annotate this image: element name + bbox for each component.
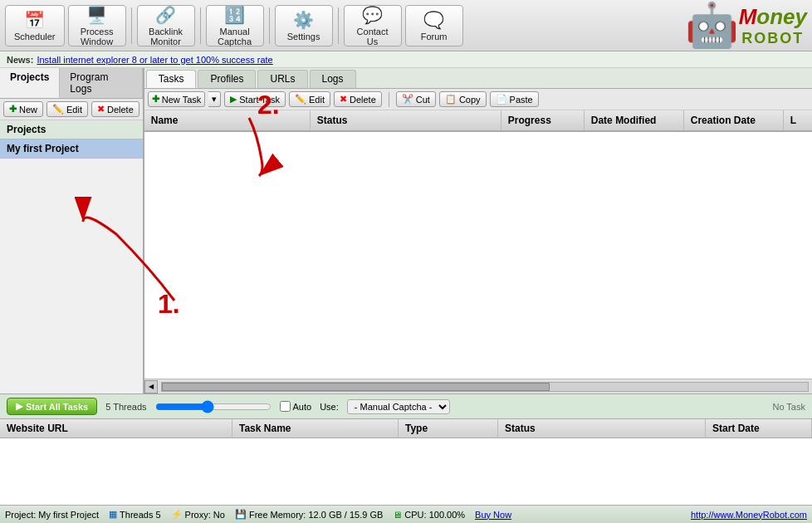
- scheduler-button[interactable]: 📅 Scheduler: [5, 5, 65, 46]
- lower-table-header: Website URL Task Name Type Status Start …: [0, 419, 812, 438]
- toolbar-separator-3: [269, 7, 270, 44]
- toolbar-divider: [389, 92, 389, 107]
- lower-table: Website URL Task Name Type Status Start …: [0, 418, 812, 505]
- no-task-label: No Task: [772, 402, 805, 412]
- logo-area: 🤖 Money ROBOT: [685, 0, 807, 51]
- tab-projects[interactable]: Projects: [0, 68, 60, 98]
- cut-button[interactable]: ✂️ Cut: [396, 91, 436, 107]
- status-bar: Project: My first Project ▦ Threads 5 ⚡ …: [0, 505, 812, 523]
- project-tabs: Projects Program Logs: [0, 68, 143, 99]
- scroll-left[interactable]: ◀: [144, 380, 158, 393]
- new-task-dropdown[interactable]: ▾: [208, 91, 221, 107]
- auto-label: Auto: [293, 402, 312, 412]
- project-item-first[interactable]: My first Project: [0, 139, 143, 159]
- tab-tasks[interactable]: Tasks: [146, 70, 197, 88]
- manual-captcha-button[interactable]: 🔢 Manual Captcha: [206, 5, 264, 46]
- task-table: Name Status Progress Date Modified Creat…: [144, 110, 812, 379]
- logo-money: Money: [739, 4, 807, 30]
- toolbar-separator-4: [338, 7, 339, 44]
- memory-icon: 💾: [235, 509, 247, 520]
- start-icon: ▶: [230, 94, 237, 105]
- lower-col-date: Start Date: [706, 419, 812, 437]
- status-proxy: ⚡ Proxy: No: [171, 509, 225, 520]
- toolbar-separator: [131, 7, 132, 44]
- delete-project-button[interactable]: ✖ Delete: [91, 101, 139, 117]
- memory-status-label: Free Memory: 12.0 GB / 15.9 GB: [249, 510, 383, 520]
- backlink-icon: 🔗: [155, 5, 176, 25]
- logo-robot: ROBOT: [741, 30, 804, 47]
- delete-icon: ✖: [97, 104, 105, 115]
- content-toolbar: ✚ New Task ▾ ▶ Start Task ✏️ Edit ✖ Dele: [144, 89, 812, 110]
- col-created: Creation Date: [684, 110, 784, 130]
- auto-checkbox-container: Auto: [280, 401, 312, 412]
- project-status-label: Project: My first Project: [5, 510, 99, 520]
- news-link[interactable]: Install internet explorer 8 or later to …: [37, 55, 272, 65]
- status-cpu: 🖥 CPU: 100.00%: [393, 510, 465, 520]
- edit-task-button[interactable]: ✏️ Edit: [289, 91, 330, 107]
- col-modified: Date Modified: [585, 110, 684, 130]
- project-toolbar: ✚ New ✏️ Edit ✖ Delete: [0, 99, 143, 120]
- news-bar: News: Install internet explorer 8 or lat…: [0, 51, 812, 68]
- lower-col-url: Website URL: [0, 419, 232, 437]
- lower-col-task: Task Name: [232, 419, 399, 437]
- tab-logs[interactable]: Logs: [310, 70, 356, 88]
- scheduler-icon: 📅: [24, 10, 45, 30]
- threads-status-label: Threads 5: [120, 510, 161, 520]
- contact-icon: 💬: [362, 5, 383, 25]
- lower-col-status: Status: [498, 419, 706, 437]
- settings-icon: ⚙️: [293, 10, 314, 30]
- website-link[interactable]: http://www.MoneyRobot.com: [691, 510, 807, 520]
- col-extra: L: [784, 110, 812, 130]
- delete-task-icon: ✖: [340, 94, 347, 105]
- use-label: Use:: [320, 402, 339, 412]
- contact-us-button[interactable]: 💬 Contact Us: [344, 5, 402, 46]
- forum-icon: 🗨️: [423, 10, 444, 30]
- backlink-monitor-button[interactable]: 🔗 Backlink Monitor: [137, 5, 195, 46]
- delete-task-button[interactable]: ✖ Delete: [334, 91, 382, 107]
- content-tabs: Tasks Profiles URLs Logs: [144, 68, 812, 89]
- col-name: Name: [144, 110, 311, 130]
- new-task-add-icon: ✚: [152, 94, 159, 105]
- table-header: Name Status Progress Date Modified Creat…: [144, 110, 812, 132]
- copy-icon: 📋: [445, 94, 457, 105]
- col-progress: Progress: [501, 110, 585, 130]
- scroll-track[interactable]: [161, 382, 809, 392]
- content-panel: Tasks Profiles URLs Logs ✚ New Task ▾ ▶ …: [144, 68, 812, 393]
- cut-icon: ✂️: [402, 94, 413, 105]
- threads-icon: ▦: [109, 509, 117, 520]
- add-icon: ✚: [9, 104, 17, 115]
- process-window-button[interactable]: 🖥️ Process Window: [68, 5, 126, 46]
- settings-button[interactable]: ⚙️ Settings: [275, 5, 333, 46]
- new-task-button[interactable]: ✚ New Task: [148, 91, 205, 107]
- threads-slider[interactable]: [155, 400, 271, 413]
- start-all-tasks-button[interactable]: ▶ Start All Tasks: [7, 398, 97, 415]
- start-all-icon: ▶: [16, 401, 22, 412]
- scroll-thumb[interactable]: [162, 383, 550, 391]
- status-threads: ▦ Threads 5: [109, 509, 161, 520]
- process-window-icon: 🖥️: [86, 5, 107, 25]
- buy-now-link[interactable]: Buy Now: [475, 510, 511, 520]
- captcha-select[interactable]: - Manual Captcha -: [347, 399, 450, 414]
- proxy-status-label: Proxy: No: [185, 510, 225, 520]
- edit-task-icon: ✏️: [295, 94, 306, 105]
- robot-icon: 🤖: [685, 0, 739, 51]
- tab-program-logs[interactable]: Program Logs: [60, 68, 142, 98]
- bottom-controls: ▶ Start All Tasks 5 Threads Auto Use: - …: [0, 393, 812, 418]
- tab-profiles[interactable]: Profiles: [198, 70, 256, 88]
- auto-checkbox[interactable]: [280, 401, 291, 412]
- paste-button[interactable]: 📄 Paste: [490, 91, 539, 107]
- new-project-button[interactable]: ✚ New: [3, 101, 43, 117]
- copy-button[interactable]: 📋 Copy: [439, 91, 487, 107]
- forum-button[interactable]: 🗨️ Forum: [405, 5, 463, 46]
- status-memory: 💾 Free Memory: 12.0 GB / 15.9 GB: [235, 509, 383, 520]
- tab-urls[interactable]: URLs: [257, 70, 307, 88]
- horizontal-scrollbar[interactable]: ◀ ▶: [144, 379, 812, 393]
- col-status: Status: [311, 110, 501, 130]
- proxy-icon: ⚡: [171, 509, 183, 520]
- edit-project-button[interactable]: ✏️ Edit: [46, 101, 88, 117]
- status-project: Project: My first Project: [5, 510, 99, 520]
- captcha-icon: 🔢: [224, 5, 245, 25]
- projects-header: Projects: [0, 120, 143, 139]
- start-task-button[interactable]: ▶ Start Task: [224, 91, 286, 107]
- main-toolbar: 📅 Scheduler 🖥️ Process Window 🔗 Backlink…: [0, 0, 812, 51]
